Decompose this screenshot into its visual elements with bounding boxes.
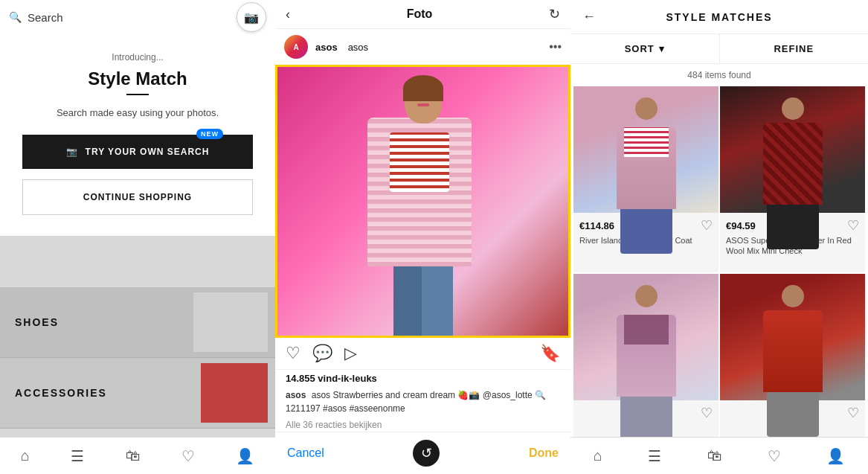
product-image-1 <box>573 86 718 213</box>
right-bottom-nav: ⌂ ☰ 🛍 ♡ 👤 <box>570 437 868 474</box>
new-badge: NEW <box>196 129 223 139</box>
right-menu-icon[interactable]: ☰ <box>648 447 661 465</box>
right-profile-icon[interactable]: 👤 <box>826 447 845 465</box>
product-card-2[interactable]: €94.59 ♡ ASOS Super Skinny Blazer In Red… <box>720 86 865 272</box>
shoes-thumbnail <box>193 292 268 352</box>
camera-icon: 📷 <box>244 10 259 25</box>
product-image-3 <box>573 274 718 400</box>
wishlist-icon-1[interactable]: ♡ <box>701 217 713 234</box>
search-bar[interactable]: 🔍 Search 📷 <box>0 0 275 34</box>
style-controls: SORT ▾ REFINE <box>570 34 868 64</box>
caption-text: asos Strawberries and cream dream 🍓📸 @as… <box>286 390 546 414</box>
wishlist-icon-4[interactable]: ♡ <box>847 405 859 421</box>
avatar: A <box>284 35 308 59</box>
search-text: Search <box>28 11 231 24</box>
refresh-icon[interactable]: ↻ <box>549 6 560 22</box>
accessories-thumbnail <box>201 363 268 423</box>
left-panel: 🔍 Search 📷 Introducing... Style Match Se… <box>0 0 275 474</box>
insta-caption: asos asos Strawberries and cream dream 🍓… <box>275 387 570 418</box>
view-comments-link[interactable]: Alle 36 reacties bekijken <box>275 418 570 432</box>
product-price-1: €114.86 <box>579 220 614 231</box>
fashion-photo <box>277 67 568 336</box>
likes-count: 14.855 vind-ik-leuks <box>275 370 570 387</box>
comment-icon[interactable]: 💬 <box>312 344 332 363</box>
refine-label: REFINE <box>774 43 814 54</box>
title-divider <box>126 94 149 95</box>
camera-small-icon: 📷 <box>66 147 78 157</box>
heart-icon[interactable]: ♡ <box>181 447 195 465</box>
sort-chevron-icon: ▾ <box>659 43 665 54</box>
profile-icon[interactable]: 👤 <box>236 447 254 465</box>
shoes-category[interactable]: SHOES <box>0 287 275 358</box>
continue-shopping-button[interactable]: CONTINUE SHOPPING <box>22 179 253 215</box>
accessories-category[interactable]: ACCESSORIES <box>0 358 275 429</box>
introducing-text: Introducing... <box>112 52 163 63</box>
more-options-icon[interactable]: ••• <box>549 40 562 54</box>
product-grid: €114.86 ♡ River Island Checked Car Coat … <box>570 86 868 437</box>
left-bottom-nav: ⌂ ☰ 🛍 ♡ 👤 <box>0 437 275 474</box>
shoes-label: SHOES <box>15 316 59 328</box>
rotate-icon-glyph: ↺ <box>421 445 432 461</box>
product-image-2 <box>720 86 865 213</box>
right-home-icon[interactable]: ⌂ <box>594 447 602 464</box>
username-label: asos <box>315 42 338 53</box>
cancel-button[interactable]: Cancel <box>287 446 324 460</box>
try-search-label: TRY YOUR OWN SEARCH <box>86 147 210 157</box>
avatar-text: A <box>293 43 298 51</box>
style-matches-title: STYLE MATCHES <box>666 11 772 23</box>
category-list: SHOES ACCESSORIES <box>0 287 275 429</box>
caption-username: asos <box>286 390 306 400</box>
back-button[interactable]: ‹ <box>286 7 290 22</box>
menu-icon[interactable]: ☰ <box>71 447 84 465</box>
home-icon[interactable]: ⌂ <box>21 447 30 464</box>
right-panel: ← STYLE MATCHES SORT ▾ REFINE 484 items … <box>570 0 868 474</box>
wishlist-icon-2[interactable]: ♡ <box>847 217 859 234</box>
bag-icon[interactable]: 🛍 <box>126 447 141 464</box>
insta-header: ‹ Foto ↻ <box>275 0 570 29</box>
insta-user-bar: A asos asos ••• <box>275 29 570 65</box>
right-heart-icon[interactable]: ♡ <box>768 447 781 465</box>
wishlist-icon-3[interactable]: ♡ <box>701 405 713 421</box>
style-match-description: Search made easy using your photos. <box>57 107 219 118</box>
camera-button[interactable]: 📷 <box>237 2 266 32</box>
like-icon[interactable]: ♡ <box>286 344 300 363</box>
rotate-button[interactable]: ↺ <box>413 440 440 467</box>
username-label-2: asos <box>348 42 368 53</box>
insta-bottom-bar: Cancel ↺ Done <box>275 432 570 474</box>
refine-button[interactable]: REFINE <box>720 34 869 63</box>
done-button[interactable]: Done <box>529 446 559 460</box>
product-price-2: €94.59 <box>726 220 756 231</box>
search-icon: 🔍 <box>9 11 22 23</box>
style-back-button[interactable]: ← <box>582 9 596 25</box>
try-search-button[interactable]: NEW 📷 TRY YOUR OWN SEARCH <box>22 135 253 169</box>
insta-actions-bar: ♡ 💬 ▷ 🔖 <box>275 338 570 370</box>
accessories-label: ACCESSORIES <box>15 387 107 399</box>
style-match-title: Style Match <box>88 68 187 89</box>
sort-label: SORT <box>625 43 655 54</box>
product-card-4[interactable]: ♡ <box>720 274 865 437</box>
right-bag-icon[interactable]: 🛍 <box>707 447 722 464</box>
product-card-3[interactable]: ♡ <box>573 274 718 437</box>
style-match-overlay: Introducing... Style Match Search made e… <box>0 34 275 236</box>
bookmark-icon[interactable]: 🔖 <box>540 344 560 363</box>
share-icon[interactable]: ▷ <box>344 344 357 363</box>
items-found-count: 484 items found <box>570 64 868 86</box>
insta-title: Foto <box>407 7 433 21</box>
style-matches-header: ← STYLE MATCHES <box>570 0 868 34</box>
middle-panel: ‹ Foto ↻ A asos asos ••• <box>275 0 570 474</box>
header-wrapper: ← STYLE MATCHES <box>582 9 856 25</box>
sort-button[interactable]: SORT ▾ <box>570 34 720 63</box>
product-card-1[interactable]: €114.86 ♡ River Island Checked Car Coat <box>573 86 718 272</box>
product-image-4 <box>720 274 865 400</box>
insta-image <box>275 65 570 338</box>
